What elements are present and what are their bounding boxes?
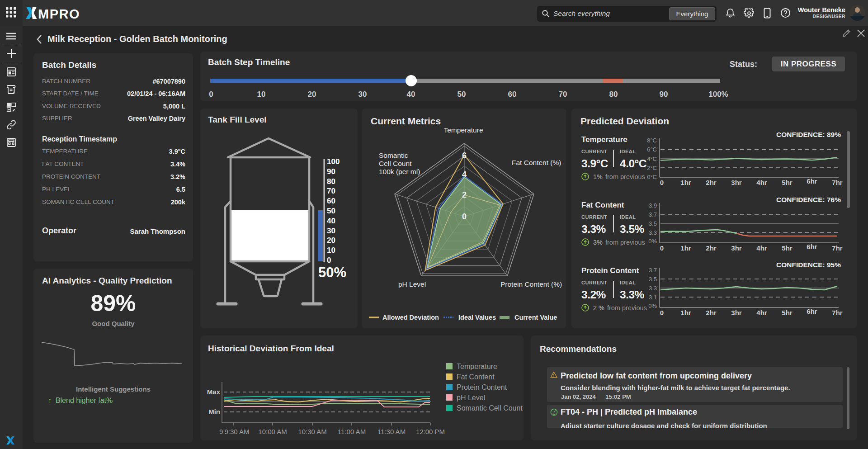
- svg-text:3.5: 3.5: [649, 220, 657, 227]
- svg-text:4hr: 4hr: [756, 179, 767, 186]
- svg-text:9: 9: [219, 428, 223, 435]
- svg-text:0: 0: [660, 309, 664, 317]
- svg-text:4: 4: [462, 170, 467, 179]
- svg-text:3.5: 3.5: [649, 276, 657, 283]
- svg-text:6hr: 6hr: [807, 243, 817, 250]
- svg-text:4hr: 4hr: [756, 244, 767, 252]
- svg-text:7hr: 7hr: [832, 309, 843, 317]
- svg-text:1hr: 1hr: [680, 179, 691, 186]
- svg-text:6hr: 6hr: [807, 177, 817, 185]
- svg-text:3.3: 3.3: [649, 229, 657, 236]
- svg-text:pH Level: pH Level: [398, 280, 426, 288]
- svg-text:3hr: 3hr: [731, 179, 742, 186]
- svg-text:11:30 AM: 11:30 AM: [377, 428, 406, 435]
- svg-text:Fat Content (%): Fat Content (%): [512, 159, 561, 166]
- svg-text:50%: 50%: [318, 265, 346, 280]
- svg-text:40: 40: [327, 217, 335, 225]
- svg-text:11:00 AM: 11:00 AM: [338, 428, 366, 435]
- svg-text:10:00 AM: 10:00 AM: [258, 428, 287, 435]
- svg-text:3.7: 3.7: [649, 211, 657, 218]
- svg-text:3hr: 3hr: [731, 309, 742, 317]
- svg-text:10: 10: [327, 246, 335, 255]
- svg-text:8°C: 8°C: [647, 137, 657, 144]
- svg-text:2hr: 2hr: [706, 309, 717, 317]
- svg-text:0: 0: [660, 244, 664, 252]
- svg-text:20: 20: [327, 236, 335, 245]
- svg-text:Cell Count: Cell Count: [379, 160, 412, 167]
- svg-text:Min: Min: [208, 408, 220, 416]
- svg-text:30: 30: [327, 227, 335, 235]
- svg-text:60: 60: [327, 197, 335, 205]
- svg-text:6: 6: [462, 151, 467, 160]
- svg-text:3hr: 3hr: [731, 244, 742, 252]
- svg-text:3.9: 3.9: [649, 202, 657, 209]
- svg-text:2hr: 2hr: [706, 244, 717, 252]
- svg-text:Allowed Deviation: Allowed Deviation: [382, 314, 439, 321]
- svg-text:5hr: 5hr: [782, 179, 793, 186]
- svg-text:90: 90: [327, 167, 335, 176]
- svg-text:1hr: 1hr: [680, 309, 691, 317]
- svg-text:Ideal Values: Ideal Values: [458, 314, 496, 321]
- svg-text:Somantic: Somantic: [379, 151, 408, 159]
- svg-text:10:30 AM: 10:30 AM: [298, 428, 326, 435]
- svg-text:5hr: 5hr: [782, 244, 793, 252]
- svg-text:2hr: 2hr: [706, 179, 717, 186]
- svg-text:0°C: 0°C: [647, 174, 657, 180]
- svg-text:5hr: 5hr: [782, 309, 793, 317]
- svg-text:7hr: 7hr: [832, 179, 843, 186]
- svg-text:3.1: 3.1: [649, 294, 657, 301]
- svg-text:0: 0: [660, 179, 664, 186]
- svg-text:Protein Content (%): Protein Content (%): [500, 280, 562, 288]
- svg-text:MPRO: MPRO: [38, 7, 80, 21]
- svg-text:50: 50: [327, 207, 335, 215]
- svg-text:3.3: 3.3: [649, 285, 657, 292]
- svg-text:Temperature: Temperature: [443, 126, 483, 134]
- svg-text:80: 80: [327, 177, 335, 186]
- svg-text:0%: 0%: [648, 238, 657, 245]
- svg-text:4°C: 4°C: [647, 156, 657, 162]
- svg-text:4hr: 4hr: [756, 309, 767, 317]
- svg-text:0: 0: [462, 212, 467, 221]
- svg-text:Max: Max: [207, 388, 221, 396]
- svg-text:9:30 AM: 9:30 AM: [224, 428, 249, 435]
- svg-text:3.7: 3.7: [649, 267, 657, 274]
- svg-text:70: 70: [327, 187, 335, 195]
- svg-text:12:00 PM: 12:00 PM: [416, 428, 445, 435]
- svg-text:0: 0: [327, 256, 331, 265]
- svg-text:2: 2: [462, 190, 467, 199]
- svg-text:100: 100: [327, 157, 340, 166]
- svg-text:2°C: 2°C: [647, 165, 657, 171]
- svg-text:6°C: 6°C: [647, 146, 657, 153]
- svg-text:100k (per ml): 100k (per ml): [379, 168, 420, 175]
- svg-text:Current Value: Current Value: [514, 314, 557, 321]
- svg-text:7hr: 7hr: [832, 244, 843, 252]
- svg-text:1hr: 1hr: [680, 244, 691, 252]
- svg-text:6hr: 6hr: [807, 307, 817, 315]
- svg-text:0%: 0%: [648, 302, 657, 309]
